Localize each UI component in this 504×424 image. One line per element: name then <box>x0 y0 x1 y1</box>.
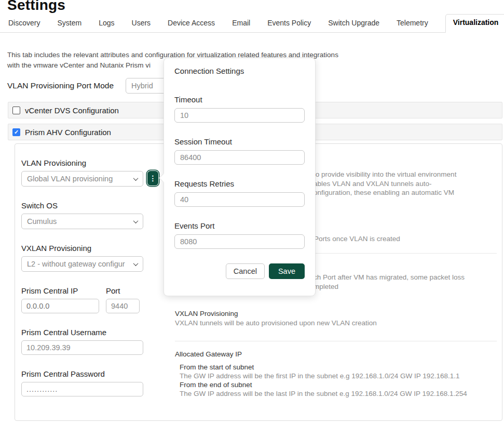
description-line2: with the vmware vCenter and Nutanix Pris… <box>7 61 151 69</box>
tab-bar: Discovery System Logs Users Device Acces… <box>0 16 504 33</box>
gateway-start-desc: The GW IP address will be the first IP i… <box>180 372 460 381</box>
tab-discovery[interactable]: Discovery <box>8 19 40 32</box>
session-timeout-input[interactable] <box>174 150 305 165</box>
chevron-down-icon <box>133 261 139 266</box>
vxlan-provisioning-value: L2 - without gateway configur <box>27 260 125 268</box>
save-button[interactable]: Save <box>269 263 305 279</box>
prism-central-ip-input[interactable] <box>21 299 99 313</box>
timeout-input[interactable] <box>174 108 305 123</box>
prism-central-password-label: Prism Central Password <box>21 369 172 378</box>
vxlan-info-title: VXLAN Provisioning <box>175 309 238 319</box>
requests-retries-input[interactable] <box>174 192 305 207</box>
vlan-provisioning-select[interactable]: Global VLAN provisioning <box>21 171 143 187</box>
kebab-menu-icon: ⋮ <box>149 175 157 182</box>
vxlan-provisioning-select[interactable]: L2 - without gateway configur <box>21 256 143 272</box>
tab-virtualization[interactable]: Virtualization <box>445 14 504 33</box>
settings-page: Settings Discovery System Logs Users Dev… <box>0 0 504 424</box>
vlan-port-mode-label: VLAN Provisioning Port Mode <box>7 81 126 90</box>
events-port-label: Events Port <box>174 221 305 230</box>
info-fragment-1: to provide visibility into the virtual e… <box>314 170 456 197</box>
connection-settings-menu-button[interactable]: ⋮ <box>147 171 158 186</box>
switch-os-value: Cumulus <box>27 217 57 226</box>
check-icon: ✓ <box>14 129 19 135</box>
vcenter-dvs-label: vCenter DVS Configuration <box>25 106 119 115</box>
port-input[interactable] <box>106 299 140 313</box>
timeout-label: Timeout <box>174 95 305 104</box>
tab-device-access[interactable]: Device Access <box>168 19 215 32</box>
gateway-end-desc: The GW IP address will be the last IP in… <box>180 389 467 399</box>
tab-email[interactable]: Email <box>232 19 250 32</box>
vlan-port-mode-value: Hybrid <box>131 82 153 90</box>
gateway-info-title: Allocated Gateway IP <box>175 350 242 359</box>
vxlan-provisioning-label: VXLAN Provisioning <box>21 244 172 253</box>
vlan-provisioning-label: VLAN Provisioning <box>21 158 172 167</box>
chevron-down-icon <box>133 218 139 223</box>
prism-ahv-label: Prism AHV Configuration <box>25 128 111 137</box>
tab-switch-upgrade[interactable]: Switch Upgrade <box>328 19 379 32</box>
vlan-provisioning-value: Global VLAN provisioning <box>27 175 113 183</box>
info-fragment-2: Ports once VLAN is created <box>314 234 400 244</box>
prism-central-password-input[interactable] <box>21 382 143 396</box>
events-port-input[interactable] <box>174 234 305 249</box>
page-title: Settings <box>7 0 65 14</box>
info-fragment-3: ch Port after VM has migrated, some pack… <box>314 273 465 291</box>
port-label: Port <box>106 286 140 295</box>
prism-central-username-label: Prism Central Username <box>21 328 172 337</box>
switch-os-select[interactable]: Cumulus <box>21 214 143 229</box>
chevron-down-icon <box>133 176 139 181</box>
prism-central-ip-label: Prism Central IP <box>21 286 99 295</box>
prism-ahv-form: VLAN Provisioning Global VLAN provisioni… <box>21 158 172 411</box>
gateway-end-title: From the end of subnet <box>180 380 252 390</box>
tab-telemetry[interactable]: Telemetry <box>397 19 428 32</box>
cancel-button[interactable]: Cancel <box>226 263 265 279</box>
requests-retries-label: Requests Retries <box>174 179 305 188</box>
vxlan-info-desc: VXLAN tunnels will be auto provisioned u… <box>175 319 377 328</box>
tab-logs[interactable]: Logs <box>99 19 114 32</box>
gateway-start-title: From the start of subnet <box>180 363 254 372</box>
prism-ahv-checkbox[interactable]: ✓ <box>12 128 20 136</box>
info-divider-2 <box>175 341 497 341</box>
tab-events-policy[interactable]: Events Policy <box>267 19 311 32</box>
tab-system[interactable]: System <box>57 19 81 32</box>
tab-users[interactable]: Users <box>132 19 151 32</box>
popover-title: Connection Settings <box>174 67 305 75</box>
vcenter-dvs-checkbox[interactable] <box>12 107 20 114</box>
switch-os-label: Switch OS <box>21 201 172 210</box>
prism-central-username-input[interactable] <box>21 340 143 355</box>
session-timeout-label: Session Timeout <box>174 137 305 146</box>
connection-settings-popover: Connection Settings Timeout Session Time… <box>164 58 316 296</box>
